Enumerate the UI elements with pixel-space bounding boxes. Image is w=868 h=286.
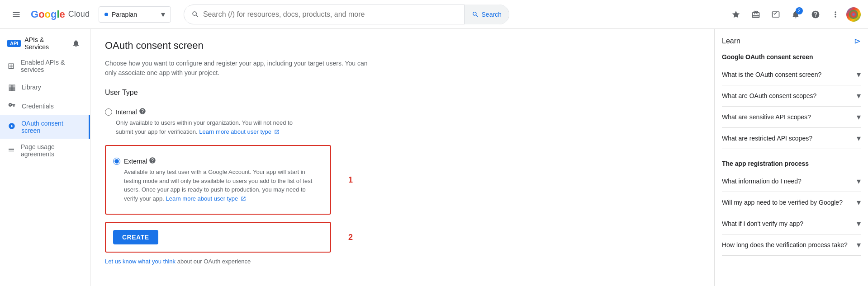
- learn-header: Learn ⊳: [722, 36, 861, 46]
- page-title: OAuth consent screen: [105, 40, 700, 52]
- sidebar-service-title: APIs & Services: [24, 36, 66, 51]
- learn-item-3-label: What are restricted API scopes?: [722, 135, 857, 142]
- project-name: Paraplan: [112, 11, 157, 18]
- learn-item2-3[interactable]: How long does the verification process t…: [722, 234, 861, 256]
- sidebar-item-oauth-consent[interactable]: OAuth consent screen: [0, 115, 90, 139]
- feedback-suffix: about our OAuth experience: [177, 258, 251, 265]
- learn-item2-2-label: What if I don't verify my app?: [722, 220, 857, 227]
- learn-item2-3-label: How long does the verification process t…: [722, 241, 857, 248]
- internal-help-icon[interactable]: [139, 108, 146, 117]
- learn-item2-1-label: Will my app need to be verified by Googl…: [722, 199, 857, 206]
- external-radio[interactable]: [113, 158, 120, 165]
- sidebar-item-library[interactable]: ▦ Library: [0, 78, 90, 97]
- sidebar-item-page-usage[interactable]: Page usage agreements: [0, 139, 90, 162]
- external-learn-more-link[interactable]: Learn more about user type: [166, 195, 246, 202]
- sidebar-item-credentials[interactable]: Credentials: [0, 97, 90, 115]
- collapse-panel-icon[interactable]: ⊳: [854, 36, 861, 46]
- create-section: CREATE 2: [105, 222, 331, 253]
- sidebar-item-credentials-label: Credentials: [22, 103, 54, 110]
- internal-radio[interactable]: [105, 108, 112, 116]
- learn-item2-0[interactable]: What information do I need? ▾: [722, 171, 861, 192]
- sidebar-item-page-usage-label: Page usage agreements: [21, 143, 83, 158]
- user-avatar[interactable]: [846, 7, 861, 22]
- external-option-box: External Available to any test user with…: [105, 145, 331, 215]
- search-bar-icon: [191, 10, 199, 19]
- user-type-section-title: User Type: [105, 89, 700, 97]
- help-icon-btn[interactable]: [806, 5, 825, 23]
- search-bar: Search: [184, 5, 509, 24]
- feedback-link[interactable]: Let us know what you think: [105, 258, 175, 265]
- oauth-icon: [7, 122, 16, 132]
- sidebar-item-oauth-label: OAuth consent screen: [21, 120, 81, 134]
- star-icon-btn[interactable]: [727, 5, 745, 23]
- external-help-icon[interactable]: [149, 157, 156, 166]
- page-description: Choose how you want to configure and reg…: [105, 59, 376, 78]
- internal-option: Internal Only available to users within …: [105, 104, 700, 140]
- learn-item-1-label: What are OAuth consent scopes?: [722, 92, 857, 99]
- project-dot: [104, 13, 108, 16]
- expand-icon2-3: ▾: [857, 240, 861, 250]
- internal-desc: Only available to users within your orga…: [116, 118, 306, 136]
- avatar-icon: [849, 10, 858, 19]
- badge-1: 1: [348, 175, 353, 185]
- api-badge: API: [7, 40, 21, 47]
- search-button[interactable]: Search: [464, 5, 509, 24]
- main-layout: API APIs & Services ⊞ Enabled APIs & ser…: [0, 29, 868, 286]
- sidebar-header: API APIs & Services: [0, 33, 90, 54]
- page-usage-icon: [7, 146, 15, 155]
- dropdown-arrow-icon: ▾: [161, 9, 165, 19]
- external-label: External: [124, 158, 147, 165]
- internal-learn-more-link[interactable]: Learn more about user type: [199, 128, 279, 135]
- expand-icon2-2: ▾: [857, 219, 861, 229]
- project-selector[interactable]: Paraplan ▾: [99, 6, 171, 23]
- learn-section-1-title: Google OAuth consent screen: [722, 53, 861, 61]
- learn-item2-2[interactable]: What if I don't verify my app? ▾: [722, 213, 861, 234]
- expand-icon2-0: ▾: [857, 176, 861, 186]
- right-panel: Learn ⊳ Google OAuth consent screen What…: [714, 29, 868, 286]
- learn-item-2-label: What are sensitive API scopes?: [722, 113, 857, 121]
- create-button[interactable]: CREATE: [113, 230, 158, 244]
- top-right-icons: 2: [727, 5, 861, 23]
- hamburger-menu-button[interactable]: [7, 5, 25, 23]
- learn-item-0[interactable]: What is the OAuth consent screen? ▾: [722, 64, 861, 85]
- expand-icon-2: ▾: [857, 112, 861, 122]
- external-option: External Available to any test user with…: [113, 153, 323, 206]
- expand-icon-1: ▾: [857, 91, 861, 101]
- learn-item-0-label: What is the OAuth consent screen?: [722, 71, 857, 78]
- expand-icon2-1: ▾: [857, 197, 861, 207]
- external-desc: Available to any test user with a Google…: [124, 168, 314, 203]
- learn-item-1[interactable]: What are OAuth consent scopes? ▾: [722, 85, 861, 107]
- learn-section-2-title: The app registration process: [722, 160, 861, 167]
- search-btn-label: Search: [482, 11, 502, 18]
- learn-item-2[interactable]: What are sensitive API scopes? ▾: [722, 107, 861, 128]
- sidebar-item-library-label: Library: [22, 84, 41, 91]
- learn-title: Learn: [722, 37, 740, 45]
- sidebar-item-enabled-apis[interactable]: ⊞ Enabled APIs & services: [0, 54, 90, 78]
- svg-point-0: [849, 10, 858, 19]
- expand-icon-3: ▾: [857, 133, 861, 143]
- expand-icon-0: ▾: [857, 70, 861, 80]
- notification-badge-count: 2: [796, 7, 803, 14]
- sidebar-notification-btn[interactable]: [70, 36, 83, 51]
- sidebar-item-enabled-apis-label: Enabled APIs & services: [21, 59, 83, 73]
- library-icon: ▦: [7, 82, 16, 92]
- more-options-icon-btn[interactable]: [826, 5, 844, 23]
- notification-btn[interactable]: 2: [787, 5, 805, 23]
- learn-item-3[interactable]: What are restricted API scopes? ▾: [722, 128, 861, 149]
- sidebar: API APIs & Services ⊞ Enabled APIs & ser…: [0, 29, 90, 286]
- learn-item2-0-label: What information do I need?: [722, 178, 857, 185]
- internal-label: Internal: [116, 108, 137, 116]
- learn-item2-1[interactable]: Will my app need to be verified by Googl…: [722, 192, 861, 213]
- top-bar: Google Cloud Paraplan ▾ Search 2: [0, 0, 868, 29]
- content-area: OAuth consent screen Choose how you want…: [90, 29, 714, 286]
- search-input[interactable]: [203, 10, 460, 19]
- cloud-label: Cloud: [66, 9, 90, 19]
- key-icon: [7, 101, 16, 111]
- cloud-shell-icon-btn[interactable]: [767, 5, 785, 23]
- google-cloud-logo: Google Cloud: [31, 9, 90, 20]
- badge-2: 2: [348, 233, 353, 242]
- feedback-section: Let us know what you think about our OAu…: [105, 258, 700, 265]
- grid-icon: ⊞: [7, 61, 15, 71]
- gift-icon-btn[interactable]: [747, 5, 765, 23]
